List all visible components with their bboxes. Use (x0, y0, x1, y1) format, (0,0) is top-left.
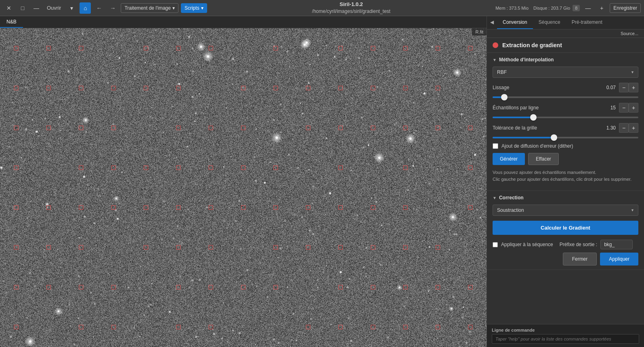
dither-row[interactable]: Ajout de diffusion d'erreur (dither) (493, 143, 638, 149)
samples-plus[interactable]: + (629, 103, 638, 113)
tolerance-slider-track[interactable] (493, 137, 638, 138)
tab-pretreatment[interactable]: Pré-traitement (566, 16, 608, 29)
treatment-dropdown[interactable]: Traitement de l'image ▾ (121, 3, 178, 13)
apply-seq-label: Appliquer à la séquence (501, 242, 553, 247)
generate-row: Générer Effacer (493, 153, 638, 165)
chevron-down-icon: ▼ (493, 58, 497, 62)
smoothing-label: Lissage (493, 85, 596, 90)
close-button[interactable]: Fermer (563, 253, 597, 265)
counter-badge: 8 (573, 5, 580, 11)
smoothing-row: Lissage 0.07 − + (493, 83, 638, 92)
tolerance-minus[interactable]: − (619, 123, 629, 133)
panel-title: Extraction de gradient (502, 42, 562, 48)
main-content: N&B R.fit ◀ Conversion Séquence Pré-trai… (0, 16, 644, 347)
right-tab-arrow[interactable]: ◀ (487, 16, 497, 29)
source-label: Source... (621, 31, 638, 36)
samples-minus[interactable]: − (619, 103, 629, 113)
right-tabs: ◀ Conversion Séquence Pré-traitement (487, 16, 644, 29)
info-line2: Clic gauche pour ajouter des échantillon… (493, 176, 638, 183)
cmd-input[interactable] (492, 334, 639, 344)
app-title: Siril-1.0.2 /home/cyril/images/siril/gra… (210, 1, 493, 15)
titlebar: ✕ □ — Ouvrir ▾ ⌂ ← → Traitement de l'ima… (0, 0, 644, 16)
samples-label: Échantillons par ligne (493, 105, 596, 111)
correction-header[interactable]: ▼ Correction (493, 195, 638, 201)
treatment-label: Traitement de l'image (124, 5, 171, 11)
source-row: Source... (487, 29, 644, 38)
nb-tab-label: N&B (6, 19, 17, 25)
generate-button[interactable]: Générer (493, 153, 525, 165)
apply-seq-row: Appliquer à la séquence Préfixe de sorti… (493, 240, 638, 249)
starfield-canvas[interactable] (0, 28, 487, 347)
image-filename: R.fit (472, 28, 487, 36)
correction-select-wrapper[interactable]: Soustraction Division (493, 205, 638, 216)
correction-section: ▼ Correction Soustraction Division Calcu… (487, 191, 644, 270)
info-line1: Vous pouvez ajouter des échantillons man… (493, 169, 638, 176)
save-label: Enregistrer (613, 5, 637, 11)
right-panel: ◀ Conversion Séquence Pré-traitement Sou… (487, 16, 644, 347)
tolerance-plus[interactable]: + (629, 123, 638, 133)
scripts-label: Scripts (185, 5, 199, 11)
disk-label: Disque : 203.7 Gio (533, 6, 570, 10)
tab-pretreatment-label: Pré-traitement (572, 19, 602, 25)
correction-label: Correction (499, 195, 524, 201)
treatment-arrow: ▾ (172, 5, 175, 11)
back-button[interactable]: ← (93, 2, 105, 14)
maximize-button[interactable]: □ (17, 2, 28, 14)
zoom-minus-button[interactable]: — (582, 2, 594, 14)
tab-sequence-label: Séquence (539, 19, 560, 25)
status-indicator (493, 42, 498, 48)
scripts-dropdown[interactable]: Scripts ▾ (181, 3, 207, 13)
clear-button[interactable]: Effacer (528, 153, 559, 165)
interpolation-label: Méthode d'interpolation (499, 57, 554, 63)
method-select-wrapper[interactable]: RBF Polynomiale Spline (493, 67, 638, 78)
dither-checkbox[interactable] (493, 143, 498, 149)
save-button[interactable]: Enregistrer (610, 3, 641, 13)
tab-conversion[interactable]: Conversion (497, 16, 533, 29)
interpolation-section: ▼ Méthode d'interpolation RBF Polynomial… (487, 53, 644, 191)
system-info: Mem : 373.5 Mio Disque : 203.7 Gio 8 — +… (495, 2, 641, 14)
tolerance-row: Tolérance de la grille 1.30 − + (493, 123, 638, 133)
smoothing-slider-track[interactable] (493, 96, 638, 98)
scripts-arrow: ▾ (201, 5, 203, 11)
prefix-input[interactable] (600, 240, 633, 249)
open-dropdown-arrow[interactable]: ▾ (66, 2, 77, 14)
zoom-plus-button[interactable]: + (596, 2, 607, 14)
action-row: Fermer Appliquer (493, 253, 638, 265)
mem-label: Mem : 373.5 Mio (495, 6, 529, 10)
info-text: Vous pouvez ajouter des échantillons man… (493, 169, 638, 182)
apply-seq-checkbox[interactable] (493, 242, 498, 247)
image-area[interactable]: N&B R.fit (0, 16, 487, 347)
tab-sequence[interactable]: Séquence (533, 16, 566, 29)
method-select[interactable]: RBF Polynomiale Spline (493, 67, 638, 78)
interpolation-header[interactable]: ▼ Méthode d'interpolation (493, 57, 638, 63)
correction-chevron-icon: ▼ (493, 196, 497, 200)
home-button[interactable]: ⌂ (80, 2, 91, 14)
smoothing-plus[interactable]: + (629, 83, 638, 92)
tab-conversion-label: Conversion (503, 19, 527, 25)
samples-value: 15 (596, 105, 616, 111)
dither-label: Ajout de diffusion d'erreur (dither) (501, 143, 573, 149)
calculate-button[interactable]: Calculer le Gradient (493, 221, 638, 235)
panel-header: Extraction de gradient (487, 38, 644, 53)
app-path: /home/cyril/images/siril/gradient_test (210, 8, 493, 15)
minimize-button[interactable]: — (31, 2, 42, 14)
samples-slider-track[interactable] (493, 117, 638, 118)
tolerance-label: Tolérance de la grille (493, 125, 596, 131)
open-button[interactable]: Ouvrir (44, 4, 63, 12)
app-name: Siril-1.0.2 (210, 1, 493, 8)
prefix-label: Préfixe de sortie : (560, 242, 597, 247)
cmd-title: Ligne de commande (492, 328, 639, 332)
smoothing-value: 0.07 (596, 85, 616, 90)
forward-button[interactable]: → (107, 2, 118, 14)
correction-select[interactable]: Soustraction Division (493, 205, 638, 216)
tolerance-value: 1.30 (596, 125, 616, 131)
nb-tab[interactable]: N&B (0, 17, 23, 28)
apply-button[interactable]: Appliquer (600, 253, 638, 265)
cmd-area: Ligne de commande (487, 324, 644, 347)
close-button[interactable]: ✕ (3, 2, 15, 14)
smoothing-minus[interactable]: − (619, 83, 629, 92)
samples-row: Échantillons par ligne 15 − + (493, 103, 638, 113)
